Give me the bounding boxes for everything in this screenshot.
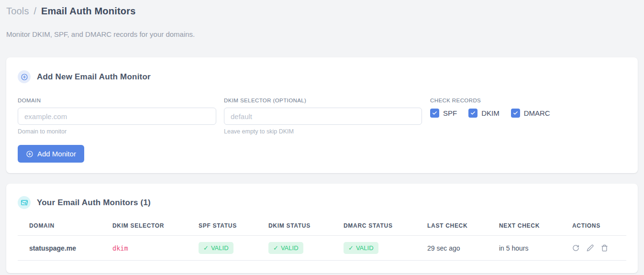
dkim-selector-field-group: DKIM SELECTOR (OPTIONAL) Leave empty to … bbox=[224, 98, 422, 135]
domain-field-group: DOMAIN Domain to monitor bbox=[18, 98, 216, 135]
dmarc-status-badge: ✓ VALID bbox=[344, 242, 378, 254]
header-domain: DOMAIN bbox=[18, 218, 101, 236]
monitors-table: DOMAIN DKIM SELECTOR SPF STATUS DKIM STA… bbox=[18, 218, 626, 261]
header-last-check: LAST CHECK bbox=[416, 218, 488, 236]
breadcrumb-separator: / bbox=[33, 6, 36, 16]
check-records-row: SPF DKIM DMARC bbox=[430, 109, 626, 118]
spf-checkbox-label: SPF bbox=[443, 109, 457, 117]
dkim-checkbox-label: DKIM bbox=[481, 109, 500, 117]
monitors-card-header: Your Email Auth Monitors (1) bbox=[18, 196, 626, 209]
monitor-next-check: in 5 hours bbox=[488, 236, 561, 261]
add-card-title: Add New Email Auth Monitor bbox=[37, 72, 151, 82]
dkim-checkbox-item[interactable]: DKIM bbox=[468, 109, 500, 118]
add-monitor-form: DOMAIN Domain to monitor DKIM SELECTOR (… bbox=[18, 98, 626, 135]
checkbox-checked-icon[interactable] bbox=[468, 109, 477, 118]
dkim-status-badge: ✓ VALID bbox=[268, 242, 303, 254]
spf-checkbox-item[interactable]: SPF bbox=[430, 109, 457, 118]
table-row: statuspage.me dkim ✓ VALID ✓ VALID bbox=[18, 236, 626, 261]
edit-pencil-icon[interactable] bbox=[587, 244, 594, 252]
dkim-selector-helper: Leave empty to skip DKIM bbox=[224, 128, 422, 135]
add-monitor-button[interactable]: Add Monitor bbox=[18, 145, 84, 163]
check-icon: ✓ bbox=[348, 244, 354, 252]
checkbox-checked-icon[interactable] bbox=[430, 109, 439, 118]
check-records-label: CHECK RECORDS bbox=[430, 98, 626, 103]
domain-label: DOMAIN bbox=[18, 98, 216, 103]
add-monitor-card: Add New Email Auth Monitor DOMAIN Domain… bbox=[6, 57, 638, 173]
dmarc-status-text: VALID bbox=[356, 244, 374, 252]
plus-circle-icon bbox=[26, 150, 33, 158]
breadcrumb-tools-link[interactable]: Tools bbox=[6, 6, 29, 16]
check-icon: ✓ bbox=[203, 244, 209, 252]
monitors-card: Your Email Auth Monitors (1) DOMAIN DKIM… bbox=[6, 184, 638, 273]
dkim-status-text: VALID bbox=[281, 244, 299, 252]
row-actions bbox=[572, 244, 622, 252]
dmarc-checkbox-label: DMARC bbox=[524, 109, 550, 117]
dmarc-checkbox-item[interactable]: DMARC bbox=[511, 109, 550, 118]
spf-status-text: VALID bbox=[211, 244, 229, 252]
domain-input[interactable] bbox=[18, 108, 216, 125]
table-header-row: DOMAIN DKIM SELECTOR SPF STATUS DKIM STA… bbox=[18, 218, 626, 236]
monitor-last-check: 29 sec ago bbox=[416, 236, 488, 261]
monitors-card-title: Your Email Auth Monitors (1) bbox=[37, 198, 151, 208]
page-subtitle: Monitor DKIM, SPF, and DMARC records for… bbox=[6, 30, 638, 38]
domain-helper: Domain to monitor bbox=[18, 128, 216, 135]
trash-icon[interactable] bbox=[601, 244, 608, 252]
header-dmarc-status: DMARC STATUS bbox=[332, 218, 416, 236]
email-check-icon bbox=[18, 196, 31, 209]
dkim-selector-label: DKIM SELECTOR (OPTIONAL) bbox=[224, 98, 422, 103]
refresh-icon[interactable] bbox=[572, 244, 579, 252]
add-card-header: Add New Email Auth Monitor bbox=[18, 70, 626, 83]
plus-circle-icon bbox=[18, 70, 31, 83]
monitor-domain: statuspage.me bbox=[18, 236, 101, 261]
page-title: Email Auth Monitors bbox=[41, 6, 136, 16]
monitor-dkim-selector: dkim bbox=[112, 244, 128, 252]
header-actions: ACTIONS bbox=[561, 218, 626, 236]
page-header: Tools / Email Auth Monitors Monitor DKIM… bbox=[0, 0, 644, 38]
header-dkim-status: DKIM STATUS bbox=[257, 218, 332, 236]
dkim-selector-input[interactable] bbox=[224, 108, 422, 125]
add-monitor-button-label: Add Monitor bbox=[37, 150, 76, 158]
checkbox-checked-icon[interactable] bbox=[511, 109, 520, 118]
check-icon: ✓ bbox=[273, 244, 278, 252]
header-next-check: NEXT CHECK bbox=[488, 218, 561, 236]
spf-status-badge: ✓ VALID bbox=[199, 242, 233, 254]
check-records-group: CHECK RECORDS SPF DKIM bbox=[430, 98, 626, 135]
header-spf-status: SPF STATUS bbox=[187, 218, 257, 236]
header-dkim-selector: DKIM SELECTOR bbox=[101, 218, 187, 236]
breadcrumb: Tools / Email Auth Monitors bbox=[6, 5, 638, 17]
